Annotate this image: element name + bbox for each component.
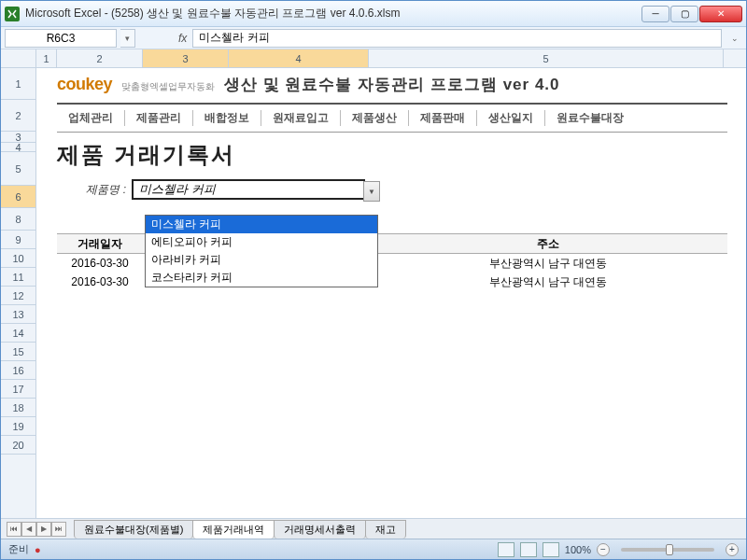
close-button[interactable]: ✕ <box>699 6 742 22</box>
col-header[interactable]: 3 <box>143 49 229 67</box>
row-headers: 1 2 3 4 5 6 8 9 10 11 12 13 14 15 16 17 … <box>1 68 36 518</box>
col-header[interactable]: 5 <box>369 49 724 67</box>
dropdown-button[interactable]: ▼ <box>363 181 380 202</box>
product-row: 제품명 : 미스첼라 커피 ▼ <box>57 179 727 200</box>
sheet-tab[interactable]: 거래명세서출력 <box>274 520 366 539</box>
menu-item[interactable]: 원료수불대장 <box>545 110 635 126</box>
row-header[interactable]: 2 <box>1 100 35 132</box>
fx-label[interactable]: fx <box>178 32 187 45</box>
record-icon[interactable]: ● <box>35 544 41 555</box>
product-dropdown: 미스첼라 커피 에티오피아 커피 아라비카 커피 코스타리카 커피 <box>145 215 378 287</box>
column-headers: 1 2 3 4 5 <box>1 49 746 68</box>
col-header[interactable]: 1 <box>36 49 57 67</box>
worksheet[interactable]: coukey 맞춤형엑셀업무자동화 생산 및 원료수불 자동관리 프로그램 ve… <box>36 68 746 518</box>
row-header[interactable]: 10 <box>1 249 35 268</box>
status-bar: 준비 ● 100% − + <box>1 539 746 559</box>
row-header[interactable]: 6 <box>1 186 35 208</box>
cell-date[interactable]: 2016-03-30 <box>57 275 143 288</box>
row-header[interactable]: 17 <box>1 380 35 399</box>
col-header[interactable]: 2 <box>57 49 143 67</box>
formula-input[interactable]: 미스첼라 커피 <box>192 29 722 48</box>
menu-item[interactable]: 배합정보 <box>193 110 261 126</box>
row-header[interactable]: 11 <box>1 268 35 287</box>
view-normal[interactable] <box>498 542 514 557</box>
zoom-label: 100% <box>565 544 591 555</box>
formula-expand[interactable]: ⌄ <box>727 29 742 48</box>
tab-next[interactable]: ▶ <box>36 522 51 537</box>
row-header[interactable]: 1 <box>1 68 35 100</box>
row-header[interactable]: 12 <box>1 287 35 305</box>
th-address: 주소 <box>369 236 727 252</box>
dropdown-item[interactable]: 에티오피아 커피 <box>146 233 377 251</box>
app-title: 생산 및 원료수불 자동관리 프로그램 ver 4.0 <box>224 74 560 95</box>
select-all-corner[interactable] <box>1 49 36 67</box>
col-header[interactable]: 4 <box>229 49 369 67</box>
minimize-button[interactable]: ─ <box>641 6 669 22</box>
row-header[interactable]: 16 <box>1 361 35 380</box>
cell-address[interactable]: 부산광역시 남구 대연동 <box>369 256 727 272</box>
tab-last[interactable]: ⏭ <box>51 522 66 537</box>
row-header[interactable]: 15 <box>1 343 35 361</box>
view-layout[interactable] <box>520 542 537 557</box>
menu-item[interactable]: 제품판매 <box>409 110 477 126</box>
tab-first[interactable]: ⏮ <box>7 522 21 537</box>
sheet-tabs-bar: ⏮ ◀ ▶ ⏭ 원료수불대장(제품별) 제품거래내역 거래명세서출력 재고 <box>1 518 746 539</box>
window-title: Microsoft Excel - (5258) 생산 및 원료수불 자동관리 … <box>25 6 400 21</box>
zoom-slider[interactable] <box>621 548 714 552</box>
sheet-tab[interactable]: 재고 <box>365 520 406 539</box>
row-header[interactable]: 9 <box>1 231 35 249</box>
svg-rect-0 <box>7 8 18 20</box>
maximize-button[interactable]: ▢ <box>670 6 698 22</box>
document-title: 제품 거래기록서 <box>57 140 727 170</box>
cell-address[interactable]: 부산광역시 남구 대연동 <box>369 274 727 290</box>
dropdown-item[interactable]: 미스첼라 커피 <box>146 216 377 233</box>
row-header[interactable]: 13 <box>1 305 35 324</box>
menu-item[interactable]: 제품관리 <box>125 110 193 126</box>
zoom-in[interactable]: + <box>726 543 739 556</box>
row-header[interactable]: 8 <box>1 208 35 231</box>
row-header[interactable]: 14 <box>1 324 35 343</box>
nav-menu: 업체관리 제품관리 배합정보 원재료입고 제품생산 제품판매 생산일지 원료수불… <box>57 103 727 133</box>
sheet-tab[interactable]: 원료수불대장(제품별) <box>74 520 193 539</box>
tab-prev[interactable]: ◀ <box>21 522 36 537</box>
brand-logo: coukey <box>57 75 112 94</box>
cell-date[interactable]: 2016-03-30 <box>57 257 143 270</box>
zoom-out[interactable]: − <box>597 543 610 556</box>
dropdown-item[interactable]: 아라비카 커피 <box>146 251 377 269</box>
titlebar: Microsoft Excel - (5258) 생산 및 원료수불 자동관리 … <box>1 1 746 27</box>
name-box[interactable]: R6C3 <box>5 29 117 48</box>
app-window: Microsoft Excel - (5258) 생산 및 원료수불 자동관리 … <box>0 0 747 560</box>
status-ready: 준비 <box>8 542 29 556</box>
brand-tagline: 맞춤형엑셀업무자동화 <box>121 80 215 93</box>
formula-bar: R6C3 ▾ fx 미스첼라 커피 ⌄ <box>1 27 746 49</box>
dropdown-item[interactable]: 코스타리카 커피 <box>146 269 377 287</box>
view-pagebreak[interactable] <box>543 542 559 557</box>
excel-icon <box>5 7 20 21</box>
menu-item[interactable]: 원재료입고 <box>261 110 341 126</box>
row-header[interactable]: 18 <box>1 399 35 417</box>
row-header[interactable]: 5 <box>1 152 35 186</box>
sheet-tab[interactable]: 제품거래내역 <box>192 520 275 539</box>
product-label: 제품명 : <box>57 182 132 198</box>
menu-item[interactable]: 생산일지 <box>477 110 545 126</box>
grid-area: 1 2 3 4 5 6 8 9 10 11 12 13 14 15 16 17 … <box>1 68 746 518</box>
product-value: 미스첼라 커피 <box>139 181 216 198</box>
header-row: coukey 맞춤형엑셀업무자동화 생산 및 원료수불 자동관리 프로그램 ve… <box>57 74 727 95</box>
th-date: 거래일자 <box>57 236 143 252</box>
zoom-thumb[interactable] <box>666 544 673 555</box>
row-header[interactable]: 19 <box>1 417 35 436</box>
product-select[interactable]: 미스첼라 커피 ▼ <box>132 179 365 200</box>
row-header[interactable]: 20 <box>1 436 35 455</box>
menu-item[interactable]: 제품생산 <box>341 110 409 126</box>
row-header[interactable]: 4 <box>1 143 35 152</box>
name-box-dropdown[interactable]: ▾ <box>120 29 135 48</box>
menu-item[interactable]: 업체관리 <box>57 110 125 126</box>
